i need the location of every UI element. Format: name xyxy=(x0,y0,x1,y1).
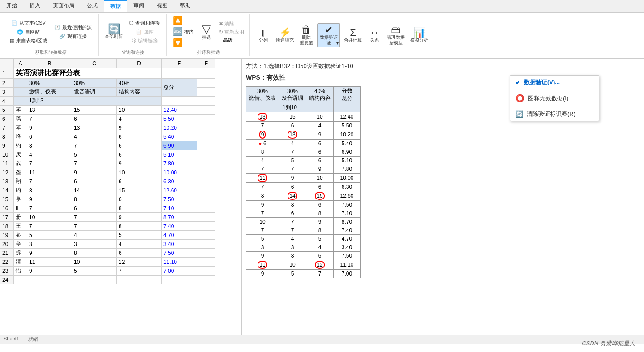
tab-start[interactable]: 开始 xyxy=(0,0,23,12)
table-row: 8 7 6 6.90 xyxy=(246,148,361,157)
tab-layout[interactable]: 页面布局 xyxy=(47,0,81,12)
sort-za-icon: 🔽 xyxy=(173,38,183,48)
remove-dup-btn[interactable]: 🗑 删除重复值 xyxy=(297,24,315,47)
table-row: 14 约 8 14 15 12.60 xyxy=(0,186,215,195)
right-panel: 方法：1.选择B32：D50设置数据验证1-10 WPS：有效性 30%激情、仪… xyxy=(242,59,519,335)
from-text-btn[interactable]: 📄 从文本/CSV xyxy=(7,19,50,27)
sort-desc-btn[interactable]: 🔽 xyxy=(171,38,196,48)
col-a: A xyxy=(14,59,27,68)
sort-asc-btn[interactable]: 🔼 xyxy=(171,15,196,26)
query-conn-btn[interactable]: ⬡ 查询和连接 xyxy=(126,19,163,27)
table-row: 21 拆 9 8 6 7.50 xyxy=(0,249,215,258)
sort-icon: 🔤 xyxy=(173,27,183,37)
refresh-all-btn[interactable]: 🔄 全部刷新 xyxy=(103,23,125,40)
reapply-btn[interactable]: ↻ 重新应用 xyxy=(217,28,246,36)
fill-btn[interactable]: ⚡ 快速填充 xyxy=(274,27,296,44)
oval-marker: 9 xyxy=(259,131,266,139)
flash-icon: ⚡ xyxy=(279,28,291,38)
left-sheet: A B C D E F 1 英语演讲比赛评分表 2 3 xyxy=(0,59,242,335)
table-row: 18 王 7 7 8 7.40 xyxy=(0,222,215,231)
tab-view[interactable]: 视图 xyxy=(150,0,174,12)
watermark: CSDN @紫晔猫星人 xyxy=(582,339,635,344)
tab-formula[interactable]: 公式 xyxy=(81,0,104,12)
advanced-btn[interactable]: ≡ 高级 xyxy=(217,36,246,44)
tab-help[interactable]: 帮助 xyxy=(174,0,197,12)
table-row: 9 8 6 7.50 xyxy=(246,252,361,260)
table-row: 7 苯 9 13 9 10.20 xyxy=(0,123,215,132)
dot-marker: ● xyxy=(258,140,262,147)
merge-calc-btn[interactable]: Σ 合并计算 xyxy=(342,27,364,44)
table-row: 7 7 8 7.40 xyxy=(246,226,361,235)
status-bar: Sheet1 就绪 xyxy=(0,335,644,344)
existing-conn-btn[interactable]: 🔗 现有连接 xyxy=(52,32,94,41)
advanced-icon: ≡ xyxy=(219,37,222,42)
table-row: 6 稿 7 6 4 5.50 xyxy=(0,115,215,123)
manage-model-btn[interactable]: 🗃 管理数据据模型 xyxy=(385,24,407,47)
instruction-text: 方法：1.选择B32：D50设置数据验证1-10 xyxy=(246,62,516,70)
table-row: 11 10 12 11.10 xyxy=(246,260,361,270)
recent-sources-btn[interactable]: 🕐 最近使用的源 xyxy=(52,23,94,32)
table-row: 11 9 10 10.00 xyxy=(246,174,361,183)
sim-analysis-btn[interactable]: 📊 模拟分析 xyxy=(408,27,430,44)
table-row: 3 3 4 3.40 xyxy=(246,243,361,252)
oval-marker: 15 xyxy=(315,192,324,200)
oval-marker: 11 xyxy=(258,174,267,182)
validate-btn[interactable]: ✔ 数据验证证 ▾ xyxy=(317,23,340,47)
corner-header xyxy=(0,59,14,68)
from-table-btn[interactable]: ▦ 来自表格/区域 xyxy=(7,37,50,45)
table-row: 7 6 4 5.50 xyxy=(246,122,361,130)
table-row: 7 7 9 7.80 xyxy=(246,165,361,174)
query-icon: ⬡ xyxy=(129,20,133,26)
relation-icon: ↔ xyxy=(369,28,379,38)
table-row: 7 6 6 6.30 xyxy=(246,183,361,191)
col-e: E xyxy=(162,59,197,68)
prop-icon: 📋 xyxy=(136,29,142,35)
col-f: F xyxy=(197,59,215,68)
menu-clear-circles[interactable]: 🔄 清除验证标识圈(R) xyxy=(510,107,599,121)
table-row: 13 翔 7 6 6 6.30 xyxy=(0,177,215,186)
link-icon: 🔗 xyxy=(59,34,65,39)
menu-validate[interactable]: ✔ 数据验证(V)... xyxy=(510,76,599,89)
table-icon: ▦ xyxy=(10,38,14,44)
file-icon: 📄 xyxy=(11,20,17,26)
table-row: 24 xyxy=(0,276,215,284)
tab-data[interactable]: 数据 xyxy=(104,0,127,12)
edit-links-btn[interactable]: ⛓ 编辑链接 xyxy=(126,37,163,45)
properties-btn[interactable]: 📋 属性 xyxy=(126,28,163,36)
oval-marker: 12 xyxy=(315,261,324,269)
oval-marker: 11 xyxy=(258,261,267,269)
recent-icon: 🕐 xyxy=(54,25,60,30)
tab-insert[interactable]: 插入 xyxy=(23,0,47,12)
clear-btn[interactable]: ✖ 清除 xyxy=(217,20,246,28)
table-row: 11 战 7 7 9 7.80 xyxy=(0,159,215,168)
main-spreadsheet: A B C D E F 1 英语演讲比赛评分表 2 3 xyxy=(0,59,215,284)
group-import: 📄 从文本/CSV 🌐 自网站 ▦ 来自表格/区域 🕐 最 xyxy=(4,14,99,56)
table-row: 30%激情、仪表 30%发音语调 40%结构内容 分数总分 xyxy=(246,87,361,103)
validate-icon: ✔ xyxy=(325,25,333,35)
table-row: 22 猜 11 10 12 11.10 xyxy=(0,258,215,267)
filter-btn[interactable]: ▽ 筛选 xyxy=(197,22,215,41)
refresh-icon: 🔄 xyxy=(108,24,120,34)
status-ready: 就绪 xyxy=(28,336,38,343)
table-row: 23 怡 9 5 7 7.00 xyxy=(0,267,215,276)
oval-marker: 14 xyxy=(288,192,297,200)
table-row: 20 亭 3 3 4 3.40 xyxy=(0,240,215,249)
split-btn[interactable]: ⫿ 分列 xyxy=(254,27,272,44)
clear-circles-icon: 🔄 xyxy=(515,110,523,118)
delete-icon: 🗑 xyxy=(301,25,311,35)
table-row: 10 厌 4 5 6 5.10 xyxy=(0,150,215,159)
sort-az-icon: 🔼 xyxy=(173,16,183,25)
table-row: 9 8 6 7.50 xyxy=(246,201,361,209)
oval-marker: 13 xyxy=(288,131,297,139)
tab-review[interactable]: 审阅 xyxy=(127,0,150,12)
menu-circle-invalid[interactable]: ⭕ 圈释无效数据(I) xyxy=(510,91,599,105)
relations-btn[interactable]: ↔ 关系 xyxy=(365,27,383,44)
dropdown-menu: ✔ 数据验证(V)... ⭕ 圈释无效数据(I) 🔄 清除验证标识圈(R) xyxy=(510,75,599,121)
table-row: 4 1到13 xyxy=(0,97,215,106)
from-web-btn[interactable]: 🌐 自网站 xyxy=(7,28,50,36)
table-row: 5 4 5 4.70 xyxy=(246,235,361,243)
table-row: 8 峰 6 4 6 5.40 xyxy=(0,132,215,141)
ribbon-content: 📄 从文本/CSV 🌐 自网站 ▦ 来自表格/区域 🕐 最 xyxy=(0,13,644,58)
sheet-tab[interactable]: Sheet1 xyxy=(4,336,19,343)
sort-btn[interactable]: 🔤 排序 xyxy=(171,26,196,37)
